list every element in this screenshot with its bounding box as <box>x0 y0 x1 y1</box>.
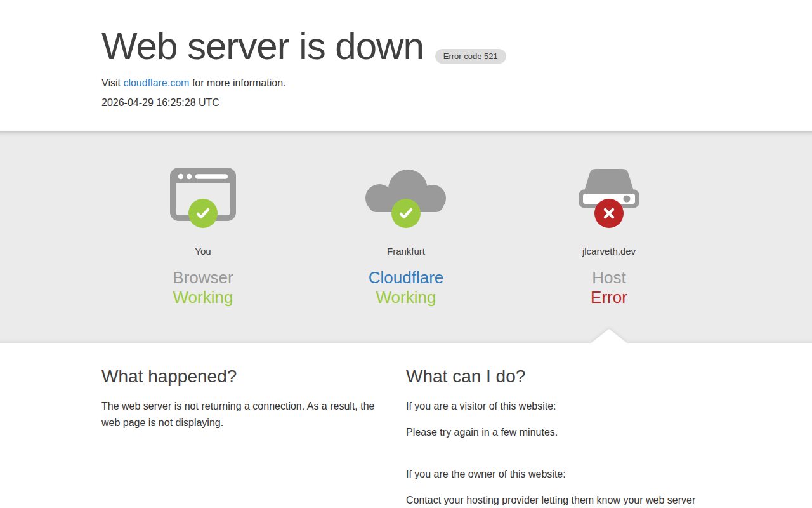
what-happened-heading: What happened? <box>102 364 381 389</box>
check-badge-icon <box>391 199 421 228</box>
cloudflare-status-link[interactable]: Cloudflare <box>369 268 444 287</box>
status-entity: Host <box>508 269 710 288</box>
what-can-i-do-heading: What can I do? <box>406 364 703 389</box>
status-column-cloudflare: Frankfurt Cloudflare Working <box>304 168 508 307</box>
page-title: Web server is down <box>102 25 424 67</box>
what-happened-body: The web server is not returning a connec… <box>102 398 381 431</box>
what-can-i-do-column: What can I do? If you are a visitor of t… <box>406 364 710 508</box>
owner-advice-text: Contact your hosting provider letting th… <box>406 495 695 508</box>
error-code-badge: Error code 521 <box>435 49 506 64</box>
visit-prefix: Visit <box>102 77 123 88</box>
visit-suffix: for more information. <box>189 77 285 88</box>
owner-label: If you are the owner of this website: <box>406 466 703 483</box>
visitor-label: If you are a visitor of this website: <box>406 398 703 415</box>
status-location: You <box>102 246 304 257</box>
what-happened-column: What happened? The web server is not ret… <box>102 364 406 508</box>
cross-badge-icon <box>594 199 624 228</box>
status-location: jlcarveth.dev <box>508 246 710 257</box>
status-location: Frankfurt <box>304 246 508 257</box>
visitor-advice: Please try again in a few minutes. <box>406 424 703 441</box>
header: Web server is downError code 521 Visit c… <box>0 0 812 131</box>
status-entity: Cloudflare <box>304 269 508 288</box>
status-strip: You Browser Working Frankfurt Cloudflare… <box>0 131 812 343</box>
details-section: What happened? The web server is not ret… <box>0 343 812 508</box>
owner-advice: Contact your hosting provider letting th… <box>406 492 703 508</box>
cloudflare-com-link[interactable]: cloudflare.com <box>123 77 189 88</box>
status-state: Working <box>304 288 508 307</box>
caret-up-notch <box>591 329 627 343</box>
visit-info-line: Visit cloudflare.com for more informatio… <box>102 77 710 89</box>
status-state: Working <box>102 288 304 307</box>
check-badge-icon <box>188 199 218 228</box>
status-state: Error <box>508 288 710 307</box>
status-entity: Browser <box>102 269 304 288</box>
status-column-browser: You Browser Working <box>102 168 304 307</box>
status-column-host: jlcarveth.dev Host Error <box>508 168 710 307</box>
timestamp: 2026-04-29 16:25:28 UTC <box>102 97 710 109</box>
